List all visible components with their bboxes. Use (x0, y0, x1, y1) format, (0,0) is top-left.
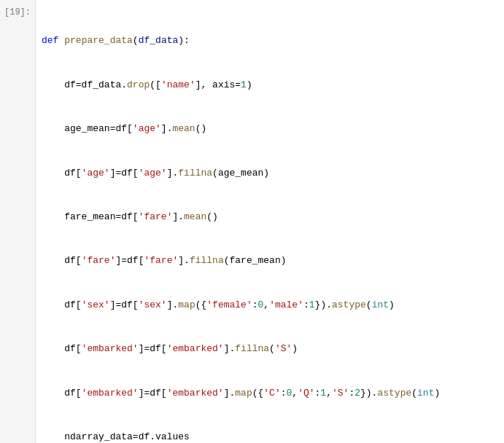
code-line: age_mean=df['age'].mean() (42, 122, 498, 136)
cell-content-19[interactable]: def prepare_data(df_data): df=df_data.dr… (36, 0, 504, 443)
code-line: df['embarked']=df['embarked'].map({'C':0… (42, 386, 498, 401)
code-line: ndarray_data=df.values (42, 430, 498, 443)
code-editor: [19]: def prepare_data(df_data): df=df_d… (0, 0, 504, 443)
code-line: df=df_data.drop(['name'], axis=1) (42, 78, 498, 93)
code-line: df['embarked']=df['embarked'].fillna('S'… (42, 342, 498, 356)
code-line: df['sex']=df['sex'].map({'female':0,'mal… (42, 298, 498, 313)
code-line: df['age']=df['age'].fillna(age_mean) (42, 166, 498, 181)
code-line: df['fare']=df['fare'].fillna(fare_mean) (42, 254, 498, 268)
code-line: def prepare_data(df_data): (42, 34, 498, 48)
cell-number-19: [19]: (0, 0, 36, 443)
code-line: fare_mean=df['fare'].mean() (42, 210, 498, 224)
cell-19: [19]: def prepare_data(df_data): df=df_d… (0, 0, 504, 443)
